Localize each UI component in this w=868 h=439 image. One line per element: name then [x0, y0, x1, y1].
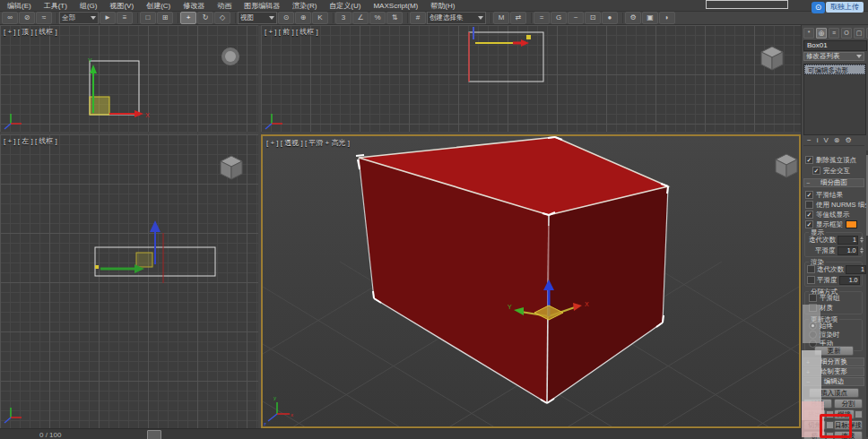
- cage-color-swatch[interactable]: [846, 220, 857, 228]
- menu-item[interactable]: 创建(C): [146, 1, 170, 11]
- rollout-subdivision-surface[interactable]: − 细分曲面: [803, 178, 864, 187]
- viewport-perspective-label[interactable]: [ + ] [ 透视 ] [ 平滑 + 高光 ]: [266, 138, 350, 148]
- angle-snap-icon[interactable]: ∠: [352, 12, 369, 24]
- weld-settings-button[interactable]: [855, 410, 863, 418]
- layer-manager-icon[interactable]: =: [534, 12, 550, 24]
- viewport-top-label[interactable]: [ + ] [ 顶 ] [ 线框 ]: [4, 27, 57, 37]
- render-iterations-field[interactable]: 1: [846, 265, 866, 274]
- move-gizmo-front-view[interactable]: [475, 35, 531, 47]
- stack-item-editable-poly[interactable]: 可编辑多边形: [804, 65, 865, 74]
- select-and-move-icon[interactable]: +: [180, 12, 196, 24]
- tab-create[interactable]: *: [803, 28, 814, 39]
- named-selection-sets-dropdown[interactable]: 创建选择集: [427, 12, 486, 24]
- align-icon[interactable]: ⇄: [510, 12, 526, 24]
- checkbox-empty: [805, 201, 813, 209]
- spinner-snap-icon[interactable]: ⇅: [386, 12, 403, 24]
- viewport-left[interactable]: [ + ] [ 左 ] [ 线框 ]: [0, 134, 258, 428]
- show-cage-checkbox[interactable]: ✓ 显示框架: [805, 220, 857, 228]
- tab-display[interactable]: ▢: [854, 28, 864, 39]
- upload-badge[interactable]: ⊙ 取独上传: [812, 1, 864, 13]
- viewport-top[interactable]: [ + ] [ 顶 ] [ 线框 ] Y X: [0, 25, 258, 132]
- menu-item[interactable]: 工具(T): [44, 1, 67, 11]
- use-pivot-point-center-icon[interactable]: ⊙: [278, 12, 294, 24]
- configure-modifier-sets-icon[interactable]: ⚙: [846, 136, 852, 144]
- menu-item[interactable]: 渲染(R): [292, 1, 317, 11]
- select-by-name-icon[interactable]: ≡: [117, 12, 133, 24]
- menu-item[interactable]: 编辑(E): [7, 1, 31, 11]
- graphite-ribbon-icon[interactable]: G: [551, 12, 567, 24]
- curve-editor-icon[interactable]: ~: [568, 12, 584, 24]
- menu-item[interactable]: 修改器: [183, 1, 204, 11]
- remove-modifier-icon[interactable]: ⊗: [834, 136, 840, 144]
- viewport-splitter-vertical[interactable]: [258, 25, 261, 428]
- delete-isolated-vertices-checkbox[interactable]: ✓ 删除孤立顶点: [805, 156, 856, 164]
- full-interactivity-checkbox[interactable]: ✓ 完全交互: [812, 167, 850, 175]
- render-iterations-row: 迭代次数 1: [807, 265, 866, 273]
- editable-poly-box[interactable]: [356, 137, 668, 403]
- viewcube-left[interactable]: [221, 156, 242, 179]
- box-wireframe-front-view[interactable]: [469, 32, 543, 82]
- select-object-icon[interactable]: ►: [100, 12, 116, 24]
- spinner-control[interactable]: [860, 247, 864, 254]
- percent-snap-icon[interactable]: %: [369, 12, 386, 24]
- tab-hierarchy[interactable]: ≡: [829, 28, 839, 39]
- object-name-field[interactable]: Box01: [803, 40, 867, 51]
- snap-toggle-3d-icon[interactable]: 3: [335, 12, 352, 24]
- rectangular-selection-region-icon[interactable]: □: [140, 12, 156, 24]
- render-smoothness-field[interactable]: 1.0: [839, 276, 860, 285]
- keyboard-override-icon[interactable]: K: [312, 12, 328, 24]
- viewport-perspective[interactable]: [ + ] [ 透视 ] [ 平滑 + 高光 ]: [261, 134, 801, 428]
- window-crossing-icon[interactable]: ⊞: [157, 12, 173, 24]
- schematic-view-icon[interactable]: ⊡: [585, 12, 601, 24]
- isoline-display-checkbox[interactable]: ✓ 等值线显示: [805, 211, 850, 219]
- rendered-frame-window-icon[interactable]: ▣: [642, 12, 658, 24]
- render-iterations-checkbox[interactable]: [807, 265, 815, 273]
- bind-to-space-warp-icon[interactable]: ≈: [36, 12, 52, 24]
- viewport-front[interactable]: [ + ] [ 前 ] [ 线框 ]: [261, 25, 801, 132]
- selection-filter-dropdown[interactable]: 全部: [59, 12, 99, 24]
- smoothing-groups-checkbox[interactable]: 平滑组: [809, 294, 840, 302]
- pin-stack-icon[interactable]: −: [807, 136, 812, 144]
- modifier-stack[interactable]: 可编辑多边形: [803, 64, 866, 135]
- spinner-control[interactable]: [860, 237, 864, 243]
- material-editor-icon[interactable]: ●: [602, 12, 618, 24]
- tab-modify[interactable]: ◎: [816, 28, 827, 39]
- menu-item[interactable]: 组(G): [80, 1, 98, 11]
- time-slider-handle[interactable]: [147, 430, 161, 439]
- unlink-selection-icon[interactable]: ⊘: [19, 12, 35, 24]
- show-end-result-icon[interactable]: i: [817, 136, 819, 144]
- use-nurms-checkbox[interactable]: 使用 NURMS 细分: [805, 201, 868, 209]
- iterations-field[interactable]: 1: [838, 236, 858, 245]
- render-smoothness-checkbox[interactable]: [807, 276, 815, 284]
- render-production-icon[interactable]: ◗: [659, 12, 675, 24]
- smoothness-field[interactable]: 1.0: [838, 246, 858, 255]
- reference-coordinate-dropdown[interactable]: 视图: [238, 12, 277, 24]
- svg-text:y: y: [273, 395, 276, 400]
- split-button[interactable]: 分割: [834, 399, 863, 409]
- viewcube-top[interactable]: [221, 47, 239, 65]
- viewcube-front[interactable]: [761, 47, 783, 70]
- edit-named-selection-sets-icon[interactable]: #: [410, 12, 426, 24]
- select-and-link-icon[interactable]: ∞: [2, 12, 18, 24]
- smooth-result-checkbox[interactable]: ✓ 平滑结果: [805, 191, 843, 199]
- render-setup-icon[interactable]: ⚙: [625, 12, 641, 24]
- modifier-list-dropdown[interactable]: 修改器列表: [803, 52, 864, 61]
- select-and-rotate-icon[interactable]: ↻: [197, 12, 213, 24]
- viewport-front-label[interactable]: [ + ] [ 前 ] [ 线框 ]: [265, 27, 318, 37]
- menu-item[interactable]: 图形编辑器: [244, 1, 280, 11]
- menu-item[interactable]: 视图(V): [109, 1, 134, 11]
- menu-item[interactable]: 帮助(H): [430, 1, 455, 11]
- menu-item[interactable]: MAXScript(M): [373, 2, 418, 10]
- mirror-icon[interactable]: M: [493, 12, 509, 24]
- menu-item[interactable]: 自定义(U): [329, 1, 360, 11]
- viewport-splitter-horizontal[interactable]: [0, 132, 801, 134]
- viewport-left-label[interactable]: [ + ] [ 左 ] [ 线框 ]: [4, 136, 57, 146]
- menu-item[interactable]: 动画: [217, 1, 231, 11]
- tab-motion[interactable]: O: [841, 28, 852, 39]
- viewcube-perspective[interactable]: [776, 154, 797, 177]
- time-slider[interactable]: 0 / 100: [0, 428, 801, 439]
- select-and-scale-icon[interactable]: ◇: [214, 12, 230, 24]
- svg-text:z: z: [264, 421, 266, 426]
- make-unique-icon[interactable]: V: [823, 136, 828, 144]
- select-and-manipulate-icon[interactable]: ⊕: [295, 12, 311, 24]
